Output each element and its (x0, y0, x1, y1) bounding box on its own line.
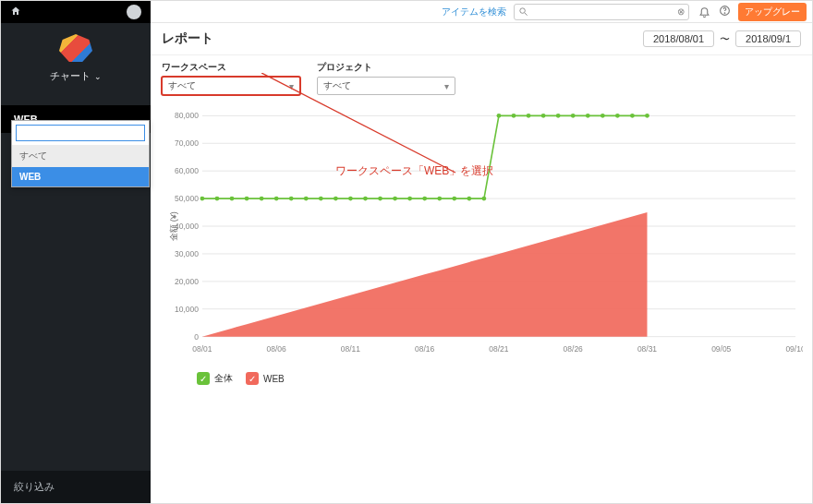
legend-swatch-red: ✓ (246, 372, 259, 385)
sidebar-topbar (1, 1, 151, 23)
svg-text:09/10: 09/10 (785, 344, 803, 354)
svg-point-53 (497, 114, 502, 118)
svg-text:80,000: 80,000 (175, 111, 199, 120)
svg-point-56 (541, 114, 546, 118)
svg-point-44 (363, 197, 368, 201)
chevron-down-icon: ⌄ (94, 72, 102, 81)
project-select-value: すべて (323, 79, 351, 92)
svg-point-57 (556, 114, 561, 118)
svg-text:50,000: 50,000 (175, 194, 199, 203)
svg-point-50 (452, 197, 456, 201)
svg-text:30,000: 30,000 (175, 249, 199, 258)
dropdown-search-wrap (12, 121, 149, 145)
legend-label: WEB (263, 374, 285, 384)
svg-point-63 (645, 114, 649, 118)
svg-point-45 (378, 197, 382, 201)
svg-text:60,000: 60,000 (175, 166, 199, 175)
legend-label: 全体 (214, 372, 233, 385)
filter-workspace-label: ワークスペース (162, 61, 300, 74)
svg-point-49 (437, 197, 442, 201)
svg-text:08/11: 08/11 (341, 344, 360, 354)
page-title: レポート (162, 30, 213, 47)
svg-text:70,000: 70,000 (175, 138, 199, 148)
svg-line-1 (525, 13, 528, 16)
chart-svg: 010,00020,00030,00040,00050,00060,00070,… (167, 99, 803, 366)
project-select[interactable]: すべて ▾ (317, 77, 455, 95)
svg-point-33 (200, 197, 204, 201)
main-area: アイテムを検索 ⊗ アップグレー レポート 2018/08/01 〜 2018 (151, 1, 812, 503)
svg-text:20,000: 20,000 (175, 277, 199, 286)
svg-point-62 (630, 114, 635, 118)
svg-text:08/16: 08/16 (415, 344, 434, 354)
sidebar: チャート ⌄ WEB 展示会 絞り込み (1, 1, 151, 503)
svg-point-39 (289, 197, 294, 201)
svg-point-40 (304, 197, 309, 201)
search-input[interactable] (528, 6, 677, 17)
date-separator: 〜 (720, 32, 730, 46)
svg-point-55 (527, 114, 531, 118)
date-to[interactable]: 2018/09/1 (735, 30, 801, 47)
dropdown-search-input[interactable] (16, 125, 145, 141)
filter-project: プロジェクト すべて ▾ (317, 61, 455, 95)
svg-point-36 (245, 197, 249, 201)
svg-point-61 (615, 114, 620, 118)
legend-swatch-green: ✓ (197, 372, 210, 385)
clear-search-icon[interactable]: ⊗ (677, 6, 685, 17)
svg-text:08/31: 08/31 (637, 344, 657, 354)
svg-point-41 (319, 197, 323, 201)
svg-text:08/01: 08/01 (192, 344, 212, 354)
svg-text:金額 (¥): 金額 (¥) (169, 211, 178, 240)
svg-point-3 (724, 13, 725, 14)
svg-text:0: 0 (194, 332, 199, 342)
svg-point-46 (393, 197, 397, 201)
annotation-text: ワークスペース「WEB」を選択 (335, 163, 493, 179)
chart-legend: ✓ 全体 ✓ WEB (167, 366, 803, 385)
upgrade-label: アップグレー (745, 6, 800, 17)
help-icon[interactable] (719, 5, 731, 18)
dropdown-option-all[interactable]: すべて (12, 145, 149, 167)
filter-project-label: プロジェクト (317, 61, 455, 74)
workspace-switcher[interactable]: チャート ⌄ (50, 69, 102, 83)
svg-point-42 (334, 197, 338, 201)
svg-text:10,000: 10,000 (175, 305, 199, 314)
upgrade-button[interactable]: アップグレー (738, 3, 807, 21)
workspace-dropdown: すべて WEB (11, 120, 150, 187)
search-icon (518, 6, 528, 17)
svg-point-48 (422, 197, 427, 201)
svg-point-51 (467, 197, 471, 201)
title-bar: レポート 2018/08/01 〜 2018/09/1 (151, 23, 812, 55)
workspace-select[interactable]: すべて ▾ (162, 77, 300, 95)
svg-point-52 (482, 197, 487, 201)
avatar[interactable] (127, 5, 141, 19)
workspace-select-value: すべて (168, 79, 196, 92)
svg-point-58 (571, 114, 576, 118)
workspace-switcher-label: チャート (50, 69, 91, 83)
legend-item-web[interactable]: ✓ WEB (246, 372, 285, 385)
sidebar-filter-label: 絞り込み (14, 481, 55, 492)
svg-point-59 (586, 114, 590, 118)
filter-workspace: ワークスペース すべて ▾ (162, 61, 300, 95)
caret-down-icon: ▾ (444, 81, 449, 91)
svg-text:09/05: 09/05 (711, 344, 731, 354)
svg-point-43 (348, 197, 353, 201)
filters-row: ワークスペース すべて ▾ プロジェクト すべて ▾ (151, 55, 812, 99)
brand-logo-icon (59, 34, 92, 62)
home-icon[interactable] (10, 6, 21, 18)
dropdown-option-label: WEB (19, 172, 41, 182)
svg-point-54 (512, 114, 516, 118)
svg-text:08/26: 08/26 (564, 344, 583, 354)
topbar: アイテムを検索 ⊗ アップグレー (151, 1, 812, 23)
dropdown-option-label: すべて (19, 150, 47, 161)
search-box[interactable]: ⊗ (514, 4, 689, 20)
svg-point-60 (601, 114, 605, 118)
bell-icon[interactable] (697, 5, 711, 19)
svg-point-34 (215, 197, 220, 201)
svg-text:08/06: 08/06 (267, 344, 286, 354)
date-from[interactable]: 2018/08/01 (643, 30, 714, 47)
legend-item-all[interactable]: ✓ 全体 (197, 372, 233, 385)
sidebar-filter-button[interactable]: 絞り込み (1, 471, 151, 503)
dropdown-option-web[interactable]: WEB (12, 167, 149, 186)
svg-point-47 (407, 197, 412, 201)
search-items-link[interactable]: アイテムを検索 (442, 6, 506, 18)
svg-point-35 (230, 197, 235, 201)
